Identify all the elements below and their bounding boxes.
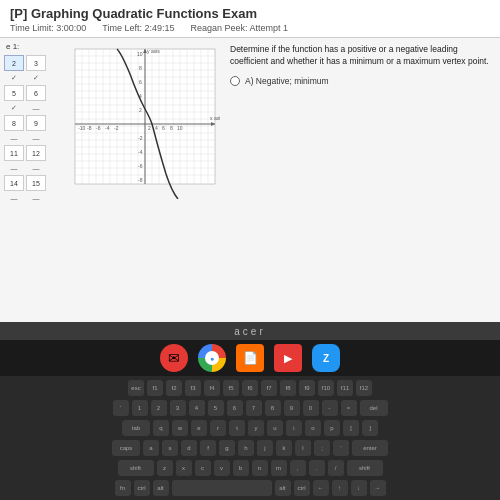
radio-a[interactable] (230, 76, 240, 86)
key-l[interactable]: l (295, 440, 311, 456)
key-g[interactable]: g (219, 440, 235, 456)
key-v[interactable]: v (214, 460, 230, 476)
key-a[interactable]: a (143, 440, 159, 456)
key-f11[interactable]: f11 (337, 380, 353, 396)
key-8[interactable]: 8 (265, 400, 281, 416)
key-row-fn: esc f1 f2 f3 f4 f5 f6 f7 f8 f9 f10 f11 f… (128, 380, 372, 396)
key-9[interactable]: 9 (284, 400, 300, 416)
key-equals[interactable]: = (341, 400, 357, 416)
key-6[interactable]: 6 (227, 400, 243, 416)
key-lbracket[interactable]: [ (343, 420, 359, 436)
key-d[interactable]: d (181, 440, 197, 456)
key-o[interactable]: o (305, 420, 321, 436)
key-w[interactable]: w (172, 420, 188, 436)
key-f12[interactable]: f12 (356, 380, 372, 396)
key-space[interactable] (172, 480, 272, 496)
key-f[interactable]: f (200, 440, 216, 456)
key-4[interactable]: 4 (189, 400, 205, 416)
key-f4[interactable]: f4 (204, 380, 220, 396)
key-arrow-up[interactable]: ↑ (332, 480, 348, 496)
key-f5[interactable]: f5 (223, 380, 239, 396)
key-quote[interactable]: ' (333, 440, 349, 456)
key-z[interactable]: z (157, 460, 173, 476)
key-semicolon[interactable]: ; (314, 440, 330, 456)
key-r[interactable]: r (210, 420, 226, 436)
key-7[interactable]: 7 (246, 400, 262, 416)
key-q[interactable]: q (153, 420, 169, 436)
key-p[interactable]: p (324, 420, 340, 436)
acer-logo: acer (234, 326, 265, 337)
key-ctrl-left[interactable]: ctrl (134, 480, 150, 496)
nav-cell-14[interactable]: 14 (4, 175, 24, 191)
key-m[interactable]: m (271, 460, 287, 476)
key-t[interactable]: t (229, 420, 245, 436)
key-e[interactable]: e (191, 420, 207, 436)
key-h[interactable]: h (238, 440, 254, 456)
key-u[interactable]: u (267, 420, 283, 436)
key-f7[interactable]: f7 (261, 380, 277, 396)
key-shift-left[interactable]: shift (118, 460, 154, 476)
key-tilde[interactable]: ` (113, 400, 129, 416)
key-f1[interactable]: f1 (147, 380, 163, 396)
key-arrow-down[interactable]: ↓ (351, 480, 367, 496)
svg-text:-6: -6 (138, 163, 143, 169)
file-icon[interactable]: 📄 (236, 344, 264, 372)
nav-cell-5[interactable]: 5 (4, 85, 24, 101)
key-f3[interactable]: f3 (185, 380, 201, 396)
nav-cell-9[interactable]: 9 (26, 115, 46, 131)
key-n[interactable]: n (252, 460, 268, 476)
key-3[interactable]: 3 (170, 400, 186, 416)
key-comma[interactable]: , (290, 460, 306, 476)
nav-cell-12[interactable]: 12 (26, 145, 46, 161)
key-delete[interactable]: del (360, 400, 388, 416)
graph-svg: x axis y axis -10 -8 -6 -4 -2 2 4 6 8 10 (60, 44, 220, 199)
key-f9[interactable]: f9 (299, 380, 315, 396)
key-slash[interactable]: / (328, 460, 344, 476)
key-minus[interactable]: - (322, 400, 338, 416)
key-tab[interactable]: tab (122, 420, 150, 436)
nav-cell-8[interactable]: 8 (4, 115, 24, 131)
key-esc[interactable]: esc (128, 380, 144, 396)
key-s[interactable]: s (162, 440, 178, 456)
mail-icon[interactable]: ✉ (160, 344, 188, 372)
chrome-icon[interactable]: ● (198, 344, 226, 372)
key-arrow-right[interactable]: → (370, 480, 386, 496)
svg-text:10: 10 (137, 51, 143, 57)
key-k[interactable]: k (276, 440, 292, 456)
key-arrow-left[interactable]: ← (313, 480, 329, 496)
key-5[interactable]: 5 (208, 400, 224, 416)
key-alt-left[interactable]: alt (153, 480, 169, 496)
key-0[interactable]: 0 (303, 400, 319, 416)
zoom-icon[interactable]: Z (312, 344, 340, 372)
key-y[interactable]: y (248, 420, 264, 436)
key-f6[interactable]: f6 (242, 380, 258, 396)
youtube-icon[interactable]: ▶ (274, 344, 302, 372)
key-enter[interactable]: enter (352, 440, 388, 456)
svg-text:-4: -4 (138, 149, 143, 155)
key-f10[interactable]: f10 (318, 380, 334, 396)
key-caps[interactable]: caps (112, 440, 140, 456)
key-rbracket[interactable]: ] (362, 420, 378, 436)
nav-cell-6[interactable]: 6 (26, 85, 46, 101)
key-alt-right[interactable]: alt (275, 480, 291, 496)
key-f2[interactable]: f2 (166, 380, 182, 396)
key-x[interactable]: x (176, 460, 192, 476)
svg-text:y axis: y axis (147, 48, 160, 54)
key-j[interactable]: j (257, 440, 273, 456)
nav-cell-15[interactable]: 15 (26, 175, 46, 191)
key-shift-right[interactable]: shift (347, 460, 383, 476)
key-ctrl-right[interactable]: ctrl (294, 480, 310, 496)
nav-cell-11[interactable]: 11 (4, 145, 24, 161)
key-period[interactable]: . (309, 460, 325, 476)
key-c[interactable]: c (195, 460, 211, 476)
key-f8[interactable]: f8 (280, 380, 296, 396)
exam-subtitle: Time Limit: 3:00:00 Time Left: 2:49:15 R… (10, 23, 490, 33)
key-i[interactable]: i (286, 420, 302, 436)
key-fn[interactable]: fn (115, 480, 131, 496)
key-2[interactable]: 2 (151, 400, 167, 416)
key-1[interactable]: 1 (132, 400, 148, 416)
key-b[interactable]: b (233, 460, 249, 476)
nav-cell-3[interactable]: 3 (26, 55, 46, 71)
answer-option-a[interactable]: A) Negative; minimum (230, 76, 492, 86)
nav-cell-2[interactable]: 2 (4, 55, 24, 71)
